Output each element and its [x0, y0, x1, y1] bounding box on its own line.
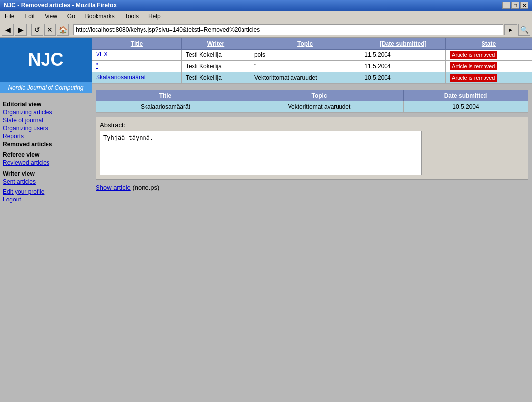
- table-row[interactable]: " Testi Kokeilija " 11.5.2004 Article is…: [92, 61, 532, 72]
- sidebar-item-reviewed-articles[interactable]: Reviewed articles: [3, 159, 89, 166]
- abstract-section: Abstract: Tyhjää täynnä.: [96, 117, 528, 180]
- detail-cell-title: Skalaariosamäärät: [96, 101, 235, 113]
- sidebar-item-organizing-articles[interactable]: Organizing articles: [3, 109, 89, 116]
- cell-state: Article is removed: [446, 50, 532, 61]
- col-title[interactable]: Title: [92, 38, 182, 50]
- cell-state: Article is removed: [446, 61, 532, 72]
- status-badge: Article is removed: [450, 62, 497, 70]
- col-state[interactable]: State: [446, 38, 532, 50]
- sidebar-nav: Editorial view Organizing articles State…: [0, 93, 92, 208]
- maximize-button[interactable]: □: [511, 2, 519, 9]
- sidebar-item-removed-articles: Removed articles: [3, 141, 89, 148]
- sidebar-logo: NJC: [0, 38, 92, 82]
- sidebar-item-logout[interactable]: Logout: [3, 196, 89, 203]
- toolbar-separator: [29, 24, 29, 35]
- cell-title: ": [92, 61, 182, 72]
- sidebar-item-state-of-journal[interactable]: State of journal: [3, 117, 89, 124]
- detail-cell-date: 10.5.2004: [404, 101, 528, 113]
- cell-title: Skalaariosamäärät: [92, 72, 182, 84]
- window-titlebar: NJC - Removed articles - Mozilla Firefox…: [0, 0, 532, 11]
- menu-go[interactable]: Go: [64, 12, 78, 21]
- show-article-link[interactable]: Show article: [96, 184, 131, 191]
- detail-col-date: Date submitted: [404, 90, 528, 101]
- article-link-quote[interactable]: ": [96, 62, 177, 69]
- cell-date: 11.5.2004: [360, 61, 446, 72]
- detail-table: Title Topic Date submitted Skalaariosamä…: [96, 90, 528, 113]
- window-controls: _ □ ✕: [502, 2, 528, 9]
- menu-help[interactable]: Help: [145, 12, 164, 21]
- address-bar: [73, 24, 503, 35]
- show-article-container: Show article (none.ps): [96, 184, 528, 191]
- address-input[interactable]: [73, 24, 503, 35]
- search-button[interactable]: 🔍: [518, 24, 530, 36]
- cell-writer: Testi Kokeilija: [182, 72, 250, 84]
- sidebar-item-organizing-users[interactable]: Organizing users: [3, 125, 89, 132]
- sidebar-item-reports[interactable]: Reports: [3, 133, 89, 140]
- status-badge: Article is removed: [450, 74, 497, 82]
- close-button[interactable]: ✕: [520, 2, 528, 9]
- abstract-label: Abstract:: [100, 121, 524, 129]
- articles-table: Title Writer Topic [Date submitted] Stat…: [92, 38, 532, 84]
- detail-col-topic: Topic: [235, 90, 404, 101]
- toolbar-separator2: [71, 24, 71, 35]
- editorial-view-label: Editorial view: [3, 101, 89, 108]
- referee-view-label: Referee view: [3, 151, 89, 158]
- detail-area: Title Topic Date submitted Skalaariosamä…: [92, 86, 532, 195]
- show-article-suffix: (none.ps): [131, 184, 160, 191]
- sidebar-item-sent-articles[interactable]: Sent articles: [3, 178, 89, 185]
- col-writer[interactable]: Writer: [182, 38, 250, 50]
- menu-view[interactable]: View: [42, 12, 60, 21]
- sidebar-journal-name: Nordic Journal of Computing: [0, 82, 92, 93]
- window-title: NJC - Removed articles - Mozilla Firefox: [4, 2, 117, 9]
- home-button[interactable]: 🏠: [57, 24, 69, 36]
- menubar: File Edit View Go Bookmarks Tools Help: [0, 11, 532, 22]
- writer-view-label: Writer view: [3, 170, 89, 177]
- menu-tools[interactable]: Tools: [122, 12, 142, 21]
- menu-file[interactable]: File: [2, 12, 17, 21]
- go-button[interactable]: ►: [504, 24, 517, 35]
- cell-writer: Testi Kokeilija: [182, 61, 250, 72]
- forward-button[interactable]: ▶: [15, 24, 27, 36]
- status-badge: Article is removed: [450, 51, 497, 59]
- menu-bookmarks[interactable]: Bookmarks: [82, 12, 118, 21]
- cell-topic: pois: [250, 50, 360, 61]
- cell-title: VEX: [92, 50, 182, 61]
- stop-button[interactable]: ✕: [44, 24, 56, 36]
- main-panel: Title Writer Topic [Date submitted] Stat…: [92, 38, 532, 402]
- detail-row: Skalaariosamäärät Vektorittomat avaruude…: [96, 101, 528, 113]
- detail-header-row: Title Topic Date submitted: [96, 90, 528, 101]
- toolbar: ◀ ▶ ↺ ✕ 🏠 ► 🔍: [0, 22, 532, 38]
- reload-button[interactable]: ↺: [31, 24, 43, 36]
- sidebar: NJC Nordic Journal of Computing Editoria…: [0, 38, 92, 402]
- abstract-text: Tyhjää täynnä.: [100, 131, 422, 175]
- table-row[interactable]: Skalaariosamäärät Testi Kokeilija Vektor…: [92, 72, 532, 84]
- content-area: NJC Nordic Journal of Computing Editoria…: [0, 38, 532, 402]
- minimize-button[interactable]: _: [502, 2, 510, 9]
- detail-col-title: Title: [96, 90, 235, 101]
- detail-cell-topic: Vektorittomat avaruudet: [235, 101, 404, 113]
- cell-topic: ": [250, 61, 360, 72]
- col-date[interactable]: [Date submitted]: [360, 38, 446, 50]
- table-row[interactable]: VEX Testi Kokeilija pois 11.5.2004 Artic…: [92, 50, 532, 61]
- cell-writer: Testi Kokeilija: [182, 50, 250, 61]
- menu-edit[interactable]: Edit: [21, 12, 38, 21]
- article-link-vex[interactable]: VEX: [96, 51, 177, 58]
- sidebar-item-edit-profile[interactable]: Edit your profile: [3, 188, 89, 195]
- article-link-skala[interactable]: Skalaariosamäärät: [96, 74, 177, 81]
- cell-topic: Vektorittomat avaruudet: [250, 72, 360, 84]
- back-button[interactable]: ◀: [2, 24, 14, 36]
- cell-date: 11.5.2004: [360, 50, 446, 61]
- cell-state: Article is removed: [446, 72, 532, 84]
- cell-date: 10.5.2004: [360, 72, 446, 84]
- table-header-row: Title Writer Topic [Date submitted] Stat…: [92, 38, 532, 50]
- col-topic[interactable]: Topic: [250, 38, 360, 50]
